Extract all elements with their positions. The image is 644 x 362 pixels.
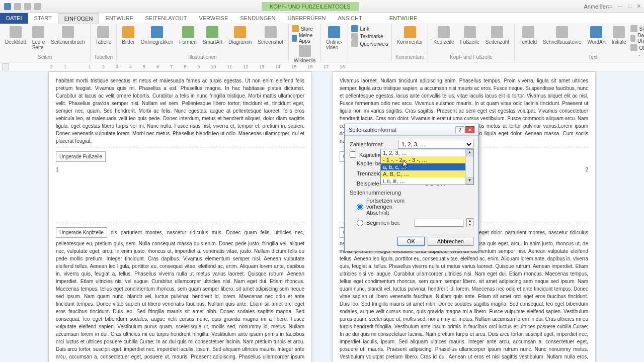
btn-datetime[interactable]: Datum und Uhrzeit: [630, 33, 644, 44]
tab-start[interactable]: START: [28, 13, 58, 24]
redo-icon[interactable]: [34, 3, 41, 10]
page-number-format-dialog: Seitenzahlenformat ? ✕ Zahlenformat: 1, …: [344, 124, 479, 251]
group-comments: Kommentar Kommentare: [392, 24, 429, 62]
format-option[interactable]: 1, 2, 3, …: [381, 149, 473, 156]
dialog-titlebar: Seitenzahlenformat ? ✕: [345, 124, 478, 136]
number-format-select[interactable]: 1, 2, 3, …: [398, 140, 473, 149]
btn-store[interactable]: Store: [292, 25, 313, 32]
radio-continue[interactable]: [357, 204, 363, 210]
scroll-up-icon[interactable]: ▲: [466, 149, 473, 156]
btn-wikipedia[interactable]: Wikipedia: [292, 44, 317, 64]
body-text: habitant morbi tristique senectus et net…: [56, 77, 304, 145]
maximize-icon[interactable]: □: [628, 3, 631, 10]
number-format-dropdown[interactable]: 1, 2, 3, … - 1 -, - 2 -, - 3 -, … a, b, …: [380, 149, 474, 185]
title-bar: Dokument2 - Word KOPF- UND FUßZEILENTOOL…: [0, 0, 644, 13]
btn-page-number[interactable]: Seitenzahl: [484, 25, 511, 46]
ruler-corner: [2, 63, 9, 70]
label-continue: Fortsetzen vom vorherigen Abschnitt: [366, 198, 412, 216]
label-begin-at: Beginnen bei:: [366, 220, 412, 226]
btn-shapes[interactable]: Formen: [177, 25, 198, 46]
btn-footer[interactable]: Fußzeile: [458, 25, 481, 46]
btn-crossref[interactable]: Querverweis: [351, 40, 388, 47]
close-icon[interactable]: ✕: [636, 3, 641, 10]
tab-view[interactable]: ANSICHT: [332, 13, 368, 24]
dialog-title: Seitenzahlenformat: [349, 127, 396, 133]
header-separator: [56, 223, 304, 223]
header-label: Ungerade Kopfzeile: [56, 227, 107, 238]
ribbon: Deckblatt Leere Seite Seitenumbruch Seit…: [0, 24, 644, 62]
btn-my-apps[interactable]: Meine Apps: [292, 33, 317, 44]
cancel-button[interactable]: Abbrechen: [428, 237, 473, 246]
btn-online-video[interactable]: Online-video: [324, 25, 344, 51]
window-controls: ? ▭ — □ ✕: [599, 3, 641, 10]
btn-comment[interactable]: Kommentar: [395, 25, 425, 46]
page-left[interactable]: habitant morbi tristique senectus et net…: [48, 71, 312, 362]
dropdown-scrollbar[interactable]: ▲ ▼: [465, 149, 473, 185]
group-apps: Store Meine Apps Wikipedia Apps: [289, 24, 321, 62]
ok-button[interactable]: OK: [397, 237, 425, 246]
btn-screenshot[interactable]: Screenshot: [256, 25, 285, 46]
footer-label: Ungerade Fußzeile: [56, 151, 106, 162]
radio-begin-at[interactable]: [357, 220, 363, 226]
document-area: habitant morbi tristique senectus et net…: [0, 71, 644, 362]
undo-icon[interactable]: [24, 3, 31, 10]
tab-file[interactable]: DATEI: [0, 13, 28, 24]
page-number: 1: [56, 164, 304, 175]
body-text: dis parturient montes, nascetur ridiculu…: [56, 230, 304, 362]
footer-separator: [56, 147, 304, 147]
btn-chart[interactable]: Diagramm: [226, 25, 254, 46]
btn-link[interactable]: Link: [351, 25, 369, 32]
btn-online-pictures[interactable]: Onlinegrafiken: [139, 25, 175, 46]
horizontal-ruler: 21123456789101112131415161718: [0, 62, 644, 71]
btn-textbox[interactable]: Textfeld: [518, 25, 539, 51]
group-illustrations: Bilder Onlinegrafiken Formen SmartArt Di…: [117, 24, 289, 62]
btn-header[interactable]: Kopfzeile: [431, 25, 456, 46]
scroll-down-icon[interactable]: ▼: [466, 177, 473, 185]
btn-dropcap[interactable]: Initiale: [610, 25, 628, 51]
group-media: Online-video Medien: [321, 24, 348, 62]
btn-wordart[interactable]: WordArt: [585, 25, 608, 51]
ribbon-tabs: DATEI START EINFÜGEN ENTWURF SEITENLAYOU…: [0, 13, 644, 24]
minimize-icon[interactable]: —: [617, 3, 623, 10]
tab-context-draft[interactable]: ENTWURF: [383, 13, 423, 24]
tab-mailings[interactable]: SENDUNGEN: [234, 13, 281, 24]
save-icon[interactable]: [14, 3, 21, 10]
group-pages: Deckblatt Leere Seite Seitenumbruch Seit…: [0, 24, 91, 62]
tab-review[interactable]: ÜBERPRÜFEN: [282, 13, 332, 24]
btn-smartart[interactable]: SmartArt: [201, 25, 224, 46]
tab-layout[interactable]: SEITENLAYOUT: [139, 13, 193, 24]
begin-at-input[interactable]: [415, 219, 463, 227]
btn-blank-page[interactable]: Leere Seite: [30, 25, 47, 51]
begin-at-spinner[interactable]: ▲▼: [466, 218, 473, 227]
section-page-numbering: Seitennummerierung: [350, 190, 473, 196]
format-option[interactable]: a, b, c, …: [381, 163, 473, 170]
btn-bookmark[interactable]: Textmarke: [351, 33, 383, 40]
tab-references[interactable]: VERWEISE: [193, 13, 234, 24]
contextual-tab-label: KOPF- UND FUßZEILENTOOLS: [262, 2, 359, 11]
group-tables: Tabelle Tabellen: [91, 24, 117, 62]
btn-signature[interactable]: Signaturzeile: [630, 25, 644, 32]
btn-page-break[interactable]: Seitenumbruch: [49, 25, 87, 51]
word-icon: [4, 3, 11, 10]
format-option[interactable]: - 1 -, - 2 -, - 3 -, …: [381, 156, 473, 163]
btn-cover-page[interactable]: Deckblatt: [3, 25, 28, 51]
format-option[interactable]: A, B, C, …: [381, 170, 473, 177]
group-header-footer: Kopfzeile Fußzeile Seitenzahl Kopf- und …: [428, 24, 514, 62]
group-links: Link Textmarke Querverweis Links: [348, 24, 392, 62]
ribbon-options-icon[interactable]: ▭: [607, 3, 612, 10]
tab-insert[interactable]: EINFÜGEN: [58, 13, 100, 24]
dialog-help-icon[interactable]: ?: [455, 126, 464, 133]
btn-quickparts[interactable]: Schnellbausteine: [541, 25, 583, 51]
help-icon[interactable]: ?: [599, 3, 602, 10]
btn-pictures[interactable]: Bilder: [120, 25, 137, 46]
chapter-number-checkbox[interactable]: [350, 151, 356, 158]
tab-design[interactable]: ENTWURF: [99, 13, 139, 24]
btn-table[interactable]: Tabelle: [94, 25, 114, 46]
cursor-icon: [403, 160, 410, 169]
group-text: Textfeld Schnellbausteine WordArt Initia…: [515, 24, 644, 62]
label-number-format: Zahlenformat:: [350, 141, 395, 147]
btn-object[interactable]: Objekt: [630, 44, 644, 51]
format-option[interactable]: i, ii, iii, …: [381, 177, 473, 185]
collapse-ribbon-icon[interactable]: ˄: [638, 54, 641, 61]
dialog-close-icon[interactable]: ✕: [465, 126, 474, 133]
